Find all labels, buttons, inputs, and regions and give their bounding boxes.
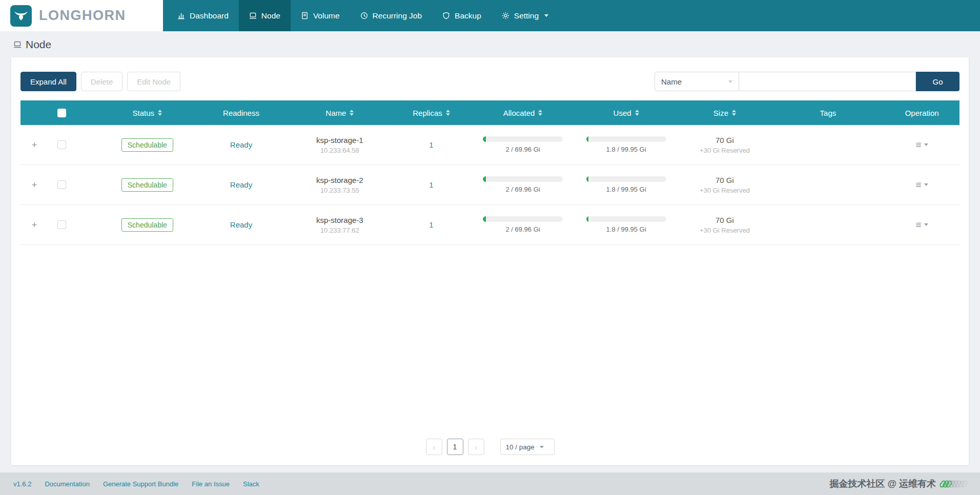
column-header-replicas[interactable]: Replicas <box>392 100 472 125</box>
page-title: Node <box>26 38 51 51</box>
expand-row-button[interactable]: + <box>31 180 38 190</box>
expand-all-button[interactable]: Expand All <box>21 72 76 91</box>
column-header-status[interactable]: Status <box>100 100 194 125</box>
sort-icon <box>158 110 162 116</box>
sort-icon <box>350 110 354 116</box>
nav-label: Dashboard <box>190 11 229 20</box>
page-number-button[interactable]: 1 <box>447 439 463 455</box>
select-all-cell <box>21 100 100 125</box>
brand-logo[interactable]: LONGHORN <box>0 0 163 31</box>
backup-icon <box>442 12 450 19</box>
nav-item-recurring-job[interactable]: Recurring Job <box>350 0 433 31</box>
nav-item-node[interactable]: Node <box>239 0 291 31</box>
nav-item-backup[interactable]: Backup <box>432 0 492 31</box>
nav-item-dashboard[interactable]: Dashboard <box>167 0 239 31</box>
dashboard-icon <box>177 12 185 19</box>
used-label: 1.8 / 99.95 Gi <box>606 146 646 153</box>
used-progress-bar <box>586 176 666 182</box>
list-icon: ≡ <box>916 140 922 150</box>
expand-row-button[interactable]: + <box>31 220 38 230</box>
footer-link-support-bundle[interactable]: Generate Support Bundle <box>103 480 178 488</box>
node-name: ksp-storage-3 <box>316 216 363 224</box>
select-all-checkbox[interactable] <box>57 109 66 117</box>
footer-link-slack[interactable]: Slack <box>243 480 259 488</box>
operation-menu-button[interactable]: ≡ <box>916 180 928 190</box>
allocated-progress-bar <box>483 216 563 222</box>
chevron-down-icon <box>544 14 548 17</box>
search-input[interactable] <box>739 72 916 91</box>
operation-menu-button[interactable]: ≡ <box>916 140 928 150</box>
setting-icon <box>502 12 509 19</box>
edit-node-button[interactable]: Edit Node <box>127 72 180 91</box>
node-name: ksp-storage-2 <box>316 176 363 184</box>
tags-cell <box>772 165 885 204</box>
size-value: 70 Gi <box>716 136 734 145</box>
size-reserved-note: +30 Gi Reserved <box>700 187 750 194</box>
row-checkbox[interactable] <box>57 180 66 189</box>
replicas-link[interactable]: 1 <box>429 140 433 149</box>
row-checkbox[interactable] <box>57 220 66 229</box>
column-label: Size <box>713 109 728 117</box>
column-header-name[interactable]: Name <box>288 100 392 125</box>
chevron-down-icon <box>540 446 544 448</box>
list-icon: ≡ <box>916 180 922 190</box>
column-label: Allocated <box>503 109 535 117</box>
delete-button[interactable]: Delete <box>81 72 122 91</box>
pagination: ‹ 1 › 10 / page <box>426 439 555 455</box>
readiness-link[interactable]: Ready <box>230 180 252 189</box>
filter-field-value: Name <box>661 77 682 86</box>
recurring-job-icon <box>360 12 368 19</box>
column-header-readiness: Readiness <box>194 100 288 125</box>
prev-page-button[interactable]: ‹ <box>426 439 442 455</box>
allocated-label: 2 / 69.96 Gi <box>505 185 540 193</box>
expand-row-button[interactable]: + <box>31 140 38 150</box>
page-size-value: 10 / page <box>506 443 535 451</box>
page-header: Node <box>0 31 980 57</box>
replicas-link[interactable]: 1 <box>429 180 433 189</box>
used-label: 1.8 / 99.95 Gi <box>606 185 646 193</box>
allocated-label: 2 / 69.96 Gi <box>505 225 540 233</box>
operation-menu-button[interactable]: ≡ <box>916 220 928 230</box>
readiness-link[interactable]: Ready <box>230 140 252 149</box>
row-checkbox[interactable] <box>57 140 66 149</box>
list-icon: ≡ <box>916 220 922 230</box>
next-page-button[interactable]: › <box>468 439 484 455</box>
filter-field-select[interactable]: Name <box>655 72 739 91</box>
column-header-used[interactable]: Used <box>575 100 678 125</box>
used-progress-bar <box>586 136 666 142</box>
used-progress-bar <box>586 216 666 222</box>
toolbar: Expand All Delete Edit Node Name Go <box>21 57 959 100</box>
column-header-size[interactable]: Size <box>678 100 771 125</box>
sort-icon <box>538 110 542 116</box>
sort-icon <box>446 110 450 116</box>
table-row: + Schedulable Ready ksp-storage-3 10.233… <box>21 205 959 245</box>
nav-item-setting[interactable]: Setting <box>492 0 559 31</box>
readiness-link[interactable]: Ready <box>230 220 252 229</box>
column-label: Status <box>133 109 155 117</box>
node-ip: 10.233.77.62 <box>320 226 359 234</box>
footer-link-file-issue[interactable]: File an Issue <box>192 480 230 488</box>
footer-link-documentation[interactable]: Documentation <box>45 480 89 488</box>
nav-label: Node <box>261 11 280 20</box>
chevron-down-icon <box>924 143 928 146</box>
size-value: 70 Gi <box>716 176 734 184</box>
page-size-select[interactable]: 10 / page <box>500 439 555 455</box>
longhorn-bull-icon <box>10 5 32 27</box>
watermark-text: 掘金技术社区 @ 运维有术 <box>829 478 936 490</box>
column-label: Replicas <box>413 109 442 117</box>
column-header-allocated[interactable]: Allocated <box>471 100 575 125</box>
replicas-link[interactable]: 1 <box>429 220 433 229</box>
column-header-operation: Operation <box>884 100 959 125</box>
nav-item-volume[interactable]: Volume <box>291 0 350 31</box>
version-link[interactable]: v1.6.2 <box>13 480 31 488</box>
nav-label: Volume <box>313 11 340 20</box>
sort-icon <box>635 110 639 116</box>
nav-label: Recurring Job <box>373 11 422 20</box>
brand-name: LONGHORN <box>39 8 126 24</box>
node-page-icon <box>13 40 22 49</box>
used-label: 1.8 / 99.95 Gi <box>606 225 646 233</box>
go-button[interactable]: Go <box>916 72 959 91</box>
watermark: 掘金技术社区 @ 运维有术 <box>829 478 967 490</box>
column-label: Readiness <box>223 109 259 117</box>
node-table: Status Readiness Name Replicas Allocated… <box>21 100 959 245</box>
